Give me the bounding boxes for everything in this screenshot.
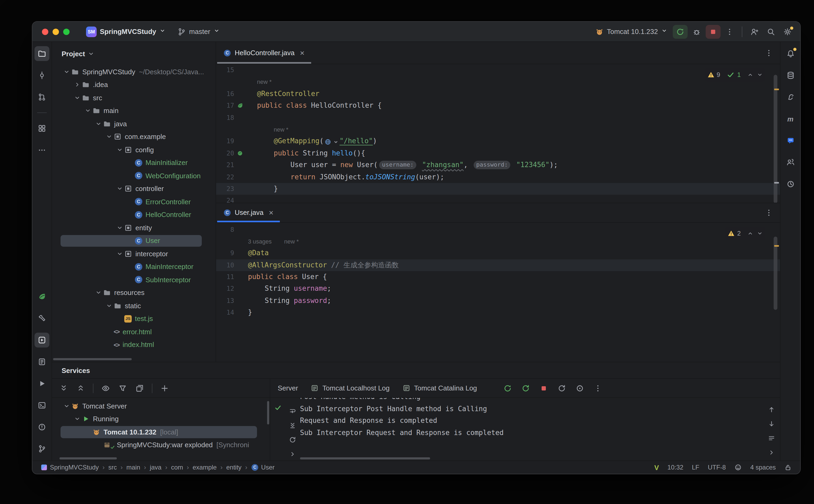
open-in-new-tab-button[interactable] [132,381,147,395]
line-number[interactable]: 21 [216,159,234,171]
editor-tab-options-button[interactable] [762,208,776,217]
indent-config[interactable]: 4 spaces [750,464,776,471]
ai-assistant-button[interactable] [783,133,798,148]
stop-button[interactable] [706,25,721,38]
line-number[interactable]: 10 [216,259,234,271]
tab-hellocontroller-java[interactable]: C HelloController.java × [217,42,311,64]
warnings-count[interactable]: 9 [707,69,720,81]
line-number[interactable]: 13 [216,295,234,307]
line-number[interactable]: 17 [216,100,234,112]
code-line-21[interactable]: 21User user = new User(username: "zhangs… [216,159,780,171]
next-problem-button[interactable] [757,230,763,236]
code-line-14[interactable]: 14} [216,307,780,319]
gradle-tool-button[interactable] [783,90,798,105]
tree-item-config[interactable]: config [52,143,216,156]
stop-server-button[interactable] [536,381,551,395]
code-line-inlay[interactable]: new * [216,76,780,88]
line-number[interactable]: 22 [216,171,234,183]
editor-tab-options-button[interactable] [762,49,776,57]
database-tool-button[interactable] [783,68,798,83]
chevron-icon[interactable] [115,146,124,153]
maven-tool-button[interactable]: m [783,111,798,126]
console-output[interactable]: Post Handle method is CallingSub Interce… [300,398,763,460]
tree-item-java[interactable]: java [52,117,216,130]
code-line-11[interactable]: 11public class User { [216,271,780,283]
restart-server-button[interactable] [518,381,533,395]
previous-problem-button[interactable] [747,230,754,236]
run-button[interactable] [673,25,688,38]
collaboration-tool-button[interactable] [783,155,798,170]
bean-gutter-icon[interactable] [234,150,246,157]
run-tool-button[interactable] [34,376,49,391]
line-number[interactable]: 12 [216,283,234,295]
services-tab-tomcat-catalina-log[interactable]: Tomcat Catalina Log [402,384,477,392]
services-tab-tomcat-localhost-log[interactable]: Tomcat Localhost Log [311,384,390,392]
chevron-icon[interactable] [115,224,124,231]
tree-item-springmvcstudy[interactable]: SpringMVCStudy~/Desktop/CS/Java... [52,65,216,78]
soft-wrap-button[interactable] [286,404,299,418]
commit-tool-button[interactable] [34,68,49,83]
project-selector[interactable]: SM SpringMVCStudy [82,25,169,38]
chevron-icon[interactable] [115,185,124,192]
chevron-icon[interactable] [83,107,92,114]
line-number[interactable]: 8 [216,224,234,236]
chevron-icon[interactable] [104,133,114,140]
inspections-widget[interactable]: 2 [726,226,765,240]
tree-item-com-example[interactable]: com.example [52,130,216,143]
globe-icon[interactable] [325,138,332,145]
editor-hellocontroller[interactable]: 15new *16@RestController17public class H… [216,64,780,202]
line-number[interactable]: 19 [216,136,234,147]
console-horizontal-scrollbar[interactable] [300,457,430,459]
collapse-all-button[interactable] [73,381,88,395]
build-tool-button[interactable] [34,311,49,326]
tree-item-main[interactable]: main [52,104,216,117]
warning-stripe-mark[interactable] [774,89,779,90]
chevron-icon[interactable] [62,68,71,75]
tree-item-entity[interactable]: entity [52,221,216,234]
tree-item-maininitializer[interactable]: CMainInitializer [52,156,216,169]
more-tool-windows-button[interactable] [34,143,49,158]
editor-user[interactable]: 83 usages new *9@Data10@AllArgsConstruct… [216,223,780,362]
tree-item-springmvcstudy-war-exploded[interactable]: SpringMVCStudy:war exploded[Synchroni [52,438,270,451]
project-tool-button[interactable] [34,46,49,61]
code-line-23[interactable]: 23} [216,183,780,195]
notifications-tool-button[interactable] [34,354,49,369]
view-options-button[interactable] [98,381,113,395]
breadcrumb-user[interactable]: CUser [251,464,275,471]
services-vertical-scrollbar[interactable] [267,401,269,424]
readonly-toggle-icon[interactable] [784,464,792,471]
close-window-button[interactable] [42,28,48,35]
tree-item-user[interactable]: CUser [52,234,216,247]
code-line-18[interactable]: 18 [216,112,780,124]
zoom-window-button[interactable] [63,28,70,35]
chev-mini-icon[interactable] [334,140,339,144]
breadcrumb-entity[interactable]: entity [226,464,241,471]
code-line-20[interactable]: 20public String hello(){ [216,147,780,159]
breadcrumb-src[interactable]: src [108,464,117,471]
tree-item-tomcat-server[interactable]: Tomcat Server [52,399,270,412]
project-horizontal-scrollbar[interactable] [53,358,132,360]
tree-item-controller[interactable]: controller [52,182,216,195]
line-number[interactable]: 11 [216,271,234,283]
chevron-icon[interactable] [93,120,103,127]
close-tab-icon[interactable]: × [269,208,274,217]
tree-item-src[interactable]: src [52,91,216,104]
run-configuration-selector[interactable]: Tomcat 10.1.232 [591,26,671,37]
file-encoding[interactable]: UTF-8 [708,464,726,471]
code-line-22[interactable]: 22return JSONObject.toJSONString(user); [216,171,780,183]
breadcrumb-example[interactable]: example [193,464,217,471]
spring-leaf-gutter-icon[interactable] [234,103,246,109]
tree-item-running[interactable]: Running [52,412,270,425]
refresh-deployment-button[interactable] [554,381,569,395]
scroll-to-end-button[interactable] [286,418,299,432]
version-control-tool-button[interactable] [34,441,49,456]
code-line-13[interactable]: 13String password; [216,295,780,307]
expand-all-button[interactable] [56,381,71,395]
debug-button[interactable] [689,25,704,38]
rerun-server-button[interactable] [500,381,515,395]
tree-item-maininterceptor[interactable]: CMainInterceptor [52,260,216,273]
code-line-17[interactable]: 17public class HelloController { [216,100,780,112]
history-tool-button[interactable] [783,177,798,192]
code-line-15[interactable]: 15 [216,64,780,76]
terminal-tool-button[interactable] [34,398,49,413]
